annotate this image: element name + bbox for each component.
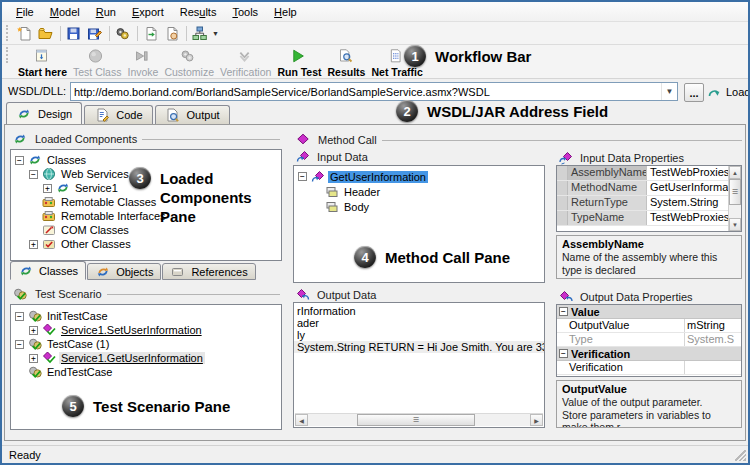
property-value[interactable]: System.S [684,333,741,346]
vertical-scrollbar[interactable]: ▲ ☰ ▼ [728,166,741,231]
tree-item[interactable]: EndTestCase [11,365,281,379]
dropdown-caret-icon[interactable]: ▼ [212,30,219,37]
property-row[interactable]: OutputValuemString [557,319,741,333]
wsdl-address-combobox[interactable]: ▼ [70,82,678,101]
expand-icon[interactable]: + [29,240,38,249]
customize-gears-button[interactable] [113,23,134,43]
collapse-icon[interactable]: − [15,312,24,321]
workflow-net-traffic-button[interactable]: Net Traffic [368,47,425,78]
property-value[interactable]: System.String [647,196,728,210]
menu-tools[interactable]: Tools [224,4,266,20]
tree-item-label: Web Services [59,168,131,180]
scrollbar-thumb[interactable]: ☰ [729,179,741,205]
workflow-test-class-button[interactable]: Test Class [70,47,124,78]
collapse-icon[interactable]: − [559,349,568,358]
property-category[interactable]: −Verification [557,347,741,361]
property-row[interactable]: TypeNameTestWebProxies.Service [557,211,728,226]
results-icon [338,49,353,63]
save-button[interactable] [64,23,85,43]
tree-item[interactable]: +Service1.GetUserInformation [11,351,281,365]
menu-model[interactable]: Model [42,4,88,20]
tab-code[interactable]: Code [84,105,152,124]
property-value[interactable]: GetUserInformation [647,181,728,195]
wsdl-address-input[interactable] [71,86,661,98]
workflow-customize-button[interactable]: Customize [161,47,217,78]
load-button[interactable]: Load [706,83,750,100]
property-row[interactable]: AssemblyNameTestWebProxies.Service [557,166,728,181]
property-value[interactable]: mString [684,319,741,332]
workflow-run-test-button[interactable]: Run Test [274,47,324,78]
tree-item[interactable]: Remotable Interfaces [11,209,281,223]
model-view-button[interactable] [190,23,211,43]
property-category[interactable]: −Value [557,305,741,319]
menu-results[interactable]: Results [172,4,225,20]
classes-node-icon [27,153,42,167]
tree-item[interactable]: +Service1.SetUserInformation [11,323,281,337]
tree-item[interactable]: Header [294,184,544,199]
input-data-properties-icon [558,151,573,165]
collapse-icon[interactable]: − [15,340,24,349]
property-row[interactable]: ReturnTypeSystem.String [557,196,728,211]
property-description-text: Store parameters in variables to make th… [562,409,736,429]
collapse-icon[interactable]: − [29,170,38,179]
toolbar-grip[interactable] [6,25,11,41]
property-row[interactable]: MethodNameGetUserInformation [557,181,728,196]
tab-design[interactable]: Design [6,102,82,124]
tree-item[interactable]: +Service1 [11,181,281,195]
menu-help[interactable]: Help [266,4,305,20]
tree-item[interactable]: −Web Services [11,167,281,181]
workflow-results-button[interactable]: Results [325,47,369,78]
scroll-right-icon[interactable]: ▶ [530,414,543,426]
save-as-button[interactable] [85,23,106,43]
open-project-button[interactable] [36,23,57,43]
property-value[interactable] [684,361,741,374]
workflow-invoke-button[interactable]: Invoke [124,47,161,78]
expand-icon[interactable]: + [29,326,38,335]
components-tab-objects[interactable]: Objects [87,263,161,280]
tree-item[interactable]: −InitTestCase [11,309,281,323]
collapse-icon[interactable]: − [15,156,24,165]
scrollbar-thumb[interactable]: ☰ [357,414,475,426]
scroll-up-icon[interactable]: ▲ [729,166,741,179]
tree-item[interactable]: Body [294,199,544,214]
property-value[interactable]: TestWebProxies.Service [647,211,728,225]
scroll-left-icon[interactable]: ◀ [295,414,308,426]
output-line: rInformation [294,305,544,317]
scroll-down-icon[interactable]: ▼ [729,218,741,231]
new-document-button[interactable] [15,23,36,43]
customize-icon [180,49,195,63]
resize-grip-icon[interactable] [735,450,746,461]
tab-label: Classes [39,265,78,277]
property-value[interactable]: TestWebProxies.Service [647,166,728,180]
tree-item[interactable]: COM Classes [11,223,281,237]
tree-item[interactable]: −GetUserInformation [294,169,544,184]
expand-icon[interactable]: + [29,354,38,363]
tab-output[interactable]: Output [155,105,230,124]
collapse-icon[interactable]: − [559,307,568,316]
collapse-icon[interactable]: − [298,172,307,181]
components-tab-references[interactable]: References [162,263,255,280]
property-row[interactable]: Verification [557,361,741,375]
menu-export[interactable]: Export [124,4,172,20]
workflow-start-here-button[interactable]: Start here [15,47,70,78]
tree-item-label: Classes [45,154,88,166]
method-call-icon [295,133,310,147]
components-tab-classes[interactable]: Classes [10,261,86,280]
menu-file[interactable]: File [8,4,42,20]
method-check-icon [41,323,56,337]
tree-item[interactable]: −TestCase (1) [11,337,281,351]
menu-run[interactable]: Run [88,4,124,20]
tree-item[interactable]: Remotable Classes [11,195,281,209]
workflow-verification-button[interactable]: Verification [217,47,274,78]
browse-button[interactable]: ... [684,83,704,102]
snapshot-button[interactable] [162,23,183,43]
property-row[interactable]: TypeSystem.S [557,333,741,347]
expand-icon[interactable]: + [43,184,52,193]
toolbar-grip[interactable] [6,47,11,63]
service-icon [55,181,70,195]
export-results-button[interactable] [141,23,162,43]
tree-item[interactable]: +Other Classes [11,237,281,251]
horizontal-scrollbar[interactable]: ◀ ☰ ▶ [295,413,543,426]
tree-item[interactable]: −Classes [11,153,281,167]
combo-dropdown-icon[interactable]: ▼ [661,83,677,100]
